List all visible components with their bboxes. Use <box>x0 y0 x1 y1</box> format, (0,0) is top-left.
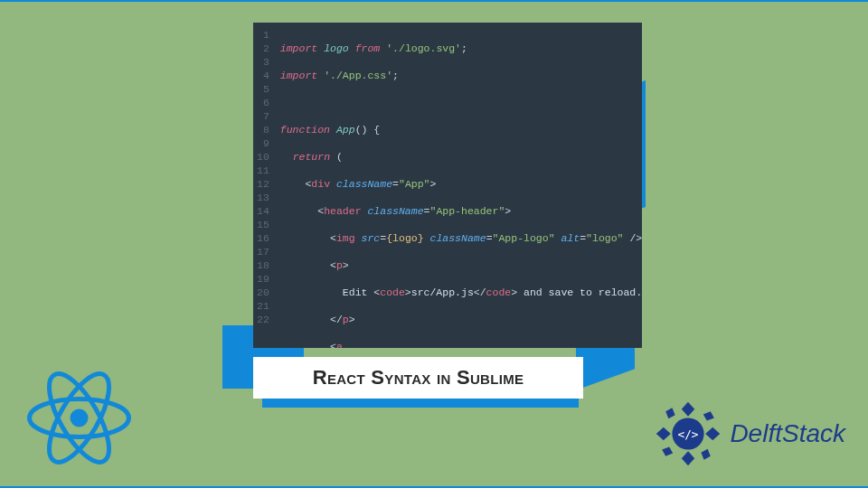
caption-container: React Syntax in Sublime <box>253 357 583 399</box>
brand-logo: </> DelftStack <box>652 398 845 470</box>
line-number: 7 <box>257 109 269 123</box>
line-number: 13 <box>257 191 269 204</box>
svg-marker-8 <box>703 411 714 420</box>
line-number: 10 <box>257 150 269 164</box>
line-number: 9 <box>257 136 269 150</box>
svg-marker-7 <box>706 427 721 440</box>
line-number: 11 <box>257 164 269 177</box>
svg-text:</>: </> <box>678 427 699 441</box>
line-number: 4 <box>257 69 269 82</box>
line-number: 8 <box>257 123 269 136</box>
code-editor: 1 2 3 4 5 6 7 8 9 10 11 12 13 14 15 16 1… <box>253 23 642 348</box>
svg-marker-5 <box>682 451 694 465</box>
top-border <box>0 0 868 2</box>
svg-marker-10 <box>666 408 675 418</box>
line-number: 22 <box>257 313 269 326</box>
line-number-gutter: 1 2 3 4 5 6 7 8 9 10 11 12 13 14 15 16 1… <box>253 23 277 348</box>
line-number: 18 <box>257 258 269 272</box>
svg-point-0 <box>71 409 89 427</box>
line-number: 5 <box>257 82 269 96</box>
code-content: import logo from './logo.svg'; import '.… <box>277 23 642 348</box>
page-title: React Syntax in Sublime <box>253 357 583 399</box>
line-number: 3 <box>257 55 269 69</box>
line-number: 12 <box>257 177 269 191</box>
svg-marker-11 <box>702 449 711 460</box>
line-number: 6 <box>257 96 269 109</box>
line-number: 17 <box>257 245 269 258</box>
line-number: 19 <box>257 272 269 286</box>
brand-mark-icon: </> <box>652 398 724 470</box>
svg-marker-4 <box>682 402 694 417</box>
line-number: 2 <box>257 42 269 55</box>
line-number: 16 <box>257 231 269 245</box>
line-number: 15 <box>257 218 269 231</box>
line-number: 1 <box>257 28 269 42</box>
line-number: 21 <box>257 299 269 313</box>
svg-marker-9 <box>663 446 674 455</box>
line-number: 20 <box>257 286 269 299</box>
react-logo-icon <box>27 366 131 470</box>
svg-marker-6 <box>656 427 671 440</box>
line-number: 14 <box>257 204 269 218</box>
brand-text: DelftStack <box>730 419 845 448</box>
